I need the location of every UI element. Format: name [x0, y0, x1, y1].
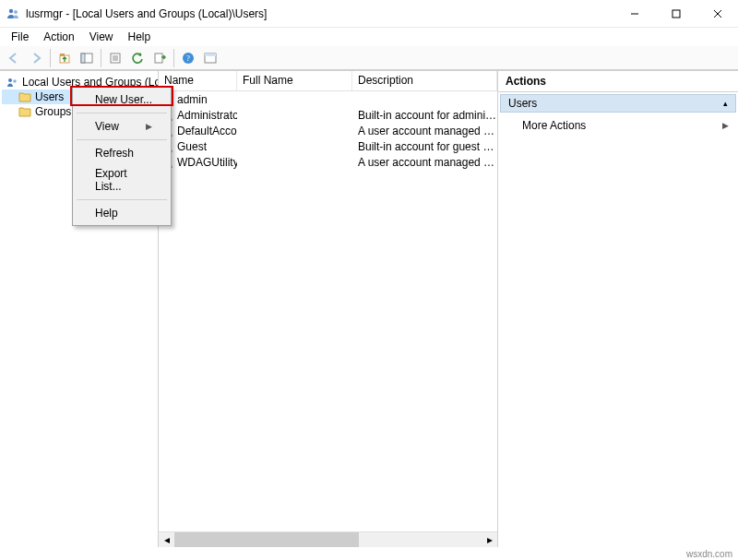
forward-icon	[26, 48, 46, 68]
context-view[interactable]: View ▶	[75, 116, 169, 137]
properties-icon[interactable]	[105, 48, 125, 68]
svg-rect-14	[155, 54, 162, 63]
toolbar-separator	[173, 49, 174, 67]
submenu-arrow-icon: ▶	[146, 122, 152, 131]
svg-point-20	[13, 79, 17, 83]
menu-view[interactable]: View	[82, 29, 121, 45]
watermark: wsxdn.com	[686, 549, 732, 559]
svg-rect-18	[205, 54, 216, 56]
actions-item-label: More Actions	[522, 119, 586, 132]
context-help[interactable]: Help	[75, 203, 169, 223]
context-item-label: Refresh	[95, 147, 134, 160]
actions-pane: Actions Users ▴ More Actions ▶	[498, 71, 738, 547]
list-row[interactable]: admin	[159, 91, 497, 107]
scroll-thumb[interactable]	[174, 532, 359, 548]
export-list-icon[interactable]	[149, 48, 170, 68]
column-full-name[interactable]: Full Name	[237, 71, 352, 90]
svg-rect-3	[673, 10, 680, 18]
cell-description: Built-in account for guest access	[352, 140, 497, 153]
list-row[interactable]: AdministratorBuilt-in account for admini…	[159, 107, 497, 123]
svg-point-1	[14, 10, 18, 14]
svg-rect-9	[81, 54, 85, 63]
menu-action[interactable]: Action	[36, 29, 81, 45]
list-row[interactable]: GuestBuilt-in account for guest access	[159, 138, 497, 154]
list-pane: Name Full Name Description adminAdminist…	[159, 71, 498, 547]
users-groups-icon	[6, 76, 18, 89]
refresh-icon[interactable]	[127, 48, 148, 68]
folder-icon	[18, 91, 31, 102]
collapse-icon: ▴	[723, 99, 728, 108]
mmc-app-icon	[6, 6, 20, 21]
minimize-button[interactable]	[613, 0, 655, 28]
actions-section-users[interactable]: Users ▴	[500, 94, 736, 113]
menu-help[interactable]: Help	[121, 29, 159, 45]
help-icon[interactable]: ?	[178, 48, 198, 68]
maximize-button[interactable]	[655, 0, 696, 28]
cell-name: admin	[177, 93, 208, 106]
toolbar-separator	[101, 49, 101, 67]
column-description[interactable]: Description	[352, 71, 497, 90]
window-title: lusrmgr - [Local Users and Groups (Local…	[26, 7, 267, 20]
cell-name: Administrator	[177, 109, 237, 122]
list-header: Name Full Name Description	[159, 71, 497, 91]
cell-name: WDAGUtility...	[177, 156, 237, 169]
up-icon[interactable]	[54, 48, 75, 68]
cell-description: A user account managed by the	[352, 125, 497, 137]
list-row[interactable]: WDAGUtility...A user account managed and…	[159, 154, 497, 170]
context-refresh[interactable]: Refresh	[75, 143, 169, 163]
context-export-list[interactable]: Export List...	[75, 163, 169, 197]
svg-point-19	[8, 78, 12, 82]
cell-name: DefaultAcco...	[177, 125, 237, 137]
context-item-label: Export List...	[95, 167, 152, 193]
view-mode-icon[interactable]	[200, 48, 220, 68]
tree-node-label: Users	[35, 90, 64, 103]
titlebar: lusrmgr - [Local Users and Groups (Local…	[0, 0, 738, 28]
list-row[interactable]: DefaultAcco...A user account managed by …	[159, 123, 497, 138]
list-body[interactable]: adminAdministratorBuilt-in account for a…	[159, 91, 497, 531]
toolbar-separator	[50, 49, 51, 67]
back-icon	[4, 48, 24, 68]
horizontal-scrollbar[interactable]: ◂ ▸	[159, 531, 497, 547]
context-item-label: New User...	[95, 93, 152, 106]
context-item-label: Help	[95, 207, 118, 220]
close-button[interactable]	[696, 0, 738, 28]
toolbar: ?	[0, 46, 738, 70]
actions-section-label: Users	[508, 97, 537, 110]
context-new-user[interactable]: New User...	[75, 89, 169, 110]
actions-header: Actions	[498, 71, 738, 92]
cell-description: Built-in account for administering	[352, 109, 497, 122]
svg-point-0	[9, 8, 13, 12]
actions-more-actions[interactable]: More Actions ▶	[500, 116, 736, 135]
cell-description: A user account managed and us	[352, 156, 497, 169]
context-separator	[77, 113, 167, 113]
context-separator	[77, 139, 167, 140]
cell-name: Guest	[177, 140, 207, 153]
show-hide-tree-icon[interactable]	[77, 48, 97, 68]
scroll-right-icon[interactable]: ▸	[482, 532, 497, 548]
tree-node-label: Groups	[35, 105, 71, 118]
context-item-label: View	[95, 120, 119, 133]
scroll-left-icon[interactable]: ◂	[159, 532, 174, 548]
svg-rect-7	[60, 54, 65, 56]
submenu-arrow-icon: ▶	[722, 121, 729, 130]
context-separator	[77, 199, 167, 200]
menu-file[interactable]: File	[4, 29, 36, 45]
context-menu: New User... View ▶ Refresh Export List..…	[72, 87, 172, 226]
svg-text:?: ?	[186, 54, 190, 63]
menubar: File Action View Help	[0, 28, 738, 46]
folder-icon	[18, 106, 31, 117]
